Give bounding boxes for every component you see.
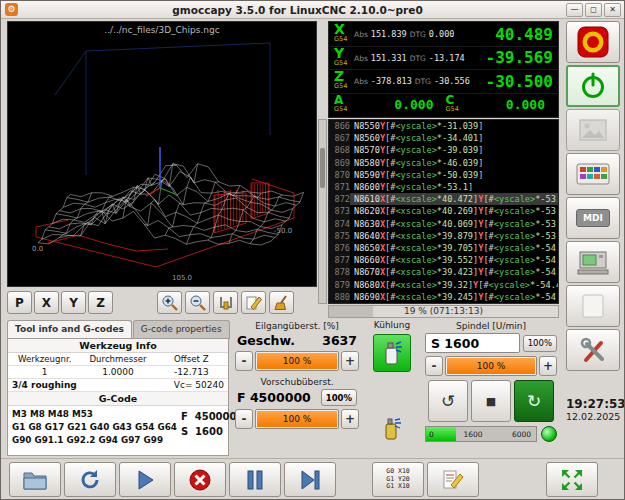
keyboard-button[interactable] — [566, 153, 620, 195]
gcode-line-878: 878N8670X[#<xscale>*39.423]Y[#<yscale>*-… — [329, 266, 558, 278]
spindle-scale-row: 0 1600 6000 — [425, 426, 557, 442]
gmoccapy-window: ⚙ gmoccapy 3.5.0 for LinuxCNC 2.10.0~pre… — [0, 0, 625, 500]
rapid-override-title: Eilgangüberst. [%] — [235, 321, 359, 331]
spindle-at-speed-led — [541, 426, 557, 442]
spindle-buttons: ↺ ■ ↻ — [425, 380, 557, 422]
tab-gcode-properties[interactable]: G-code properties — [133, 320, 230, 339]
fullscreen-preview-button[interactable] — [546, 462, 598, 497]
preview-toolbar: PXYZ — [7, 290, 317, 315]
dro-row-x[interactable]: XG54Abs151.839DTG0.00040.489 — [330, 23, 557, 47]
mist-coolant-button[interactable] — [373, 334, 411, 372]
gcode-line-874: 874N8630X[#<xscale>*40.069]Y[#<yscale>*-… — [329, 218, 558, 230]
spindle-ccw-button[interactable]: ↺ — [428, 380, 468, 422]
tab-tool-info[interactable]: Tool info and G-codes — [7, 320, 132, 339]
dro-axis-letter-y: YG54 — [334, 48, 352, 68]
rapid-override-slider[interactable]: 100 % — [255, 351, 339, 371]
active-gcodes-2: G90 G91.1 G92.2 G94 G97 G99 — [12, 434, 177, 447]
spindle-override-reset-button[interactable]: 100% — [523, 335, 557, 352]
open-file-button[interactable] — [9, 462, 61, 497]
run-program-button[interactable] — [119, 462, 171, 497]
view-z-button[interactable]: Z — [88, 291, 113, 314]
gcode-line-866: 866N8550Y[#<yscale>*-31.039] — [329, 120, 558, 132]
minimize-button[interactable]: — — [566, 3, 583, 17]
spindle-override-decrease-button[interactable]: - — [425, 356, 443, 376]
active-gcodes-1: G1 G8 G17 G21 G40 G43 G54 G64 — [12, 421, 177, 434]
active-codes: M3 M8 M48 M53 G1 G8 G17 G21 G40 G43 G54 … — [8, 406, 228, 449]
tool-info-header: Werkzeug Info — [8, 339, 228, 353]
edit-file-button[interactable] — [241, 291, 266, 314]
gcode-line-867: 867N8560Y[#<yscale>*-34.401] — [329, 132, 558, 144]
feed-override-title: Vorschubüberst. — [235, 377, 359, 387]
estop-button[interactable] — [566, 21, 620, 63]
spindle-override-slider[interactable]: 100 % — [445, 356, 537, 376]
feed-row: F 4500000 100% — [235, 389, 359, 406]
dro-row-y[interactable]: YG54Abs151.331DTG-13.174-39.569 — [330, 47, 557, 71]
gcode-scrollbar[interactable] — [318, 119, 327, 304]
user-page-button[interactable] — [566, 285, 620, 327]
clear-plot-button[interactable] — [269, 291, 294, 314]
dro-value-x: 40.489 — [495, 25, 553, 44]
program-progress-bar: 19 % (071:13:13) — [328, 305, 559, 318]
maximize-button[interactable]: ◻ — [585, 3, 602, 17]
speed-label: S — [181, 426, 188, 437]
info-tabs: Tool info and G-codes G-code properties — [7, 320, 230, 339]
dro-row-rotary[interactable]: AG540.000CG540.000 — [330, 94, 557, 117]
surface-mesh — [38, 164, 304, 245]
view-y-button[interactable]: Y — [61, 291, 86, 314]
gcode-line-870: 870N8590Y[#<yscale>*-50.039] — [329, 169, 558, 181]
rapid-override-row: - 100 % + — [235, 351, 359, 371]
rotate-ccw-icon: ↺ — [441, 391, 455, 411]
coolant-title: Kühlung — [363, 320, 421, 330]
gcode-line-879: 879N8680X[#<xscale>*39.32]Y[#<yscale>*-5… — [329, 279, 558, 291]
reload-file-button[interactable] — [64, 462, 116, 497]
gcode-header: G-Code — [8, 392, 228, 406]
dro-panel[interactable]: XG54Abs151.839DTG0.00040.489YG54Abs151.3… — [328, 21, 559, 118]
gcode-line-872: 872N8610X[#<xscale>*40.472]Y[#<yscale>*-… — [329, 193, 558, 205]
feed-override-increase-button[interactable]: + — [341, 409, 359, 429]
feed-toolpath — [215, 184, 268, 232]
feed-label: F — [181, 411, 188, 422]
feed-override-slider[interactable]: 100 % — [255, 409, 339, 429]
offset-page-button[interactable] — [566, 109, 620, 151]
dro-value-y: -39.569 — [486, 48, 553, 67]
active-mcodes: M3 M8 M48 M53 — [12, 408, 177, 421]
view-p-button[interactable]: P — [7, 291, 32, 314]
stop-program-button[interactable] — [174, 462, 226, 497]
scale-min: 0 — [429, 430, 434, 439]
spindle-cw-button[interactable]: ↻ — [514, 380, 554, 422]
scale-current: 1600 — [463, 430, 482, 439]
rapid-override-increase-button[interactable]: + — [341, 351, 359, 371]
zoom-in-button[interactable] — [157, 291, 182, 314]
mdi-icon: MDI — [576, 209, 610, 227]
flood-coolant-button[interactable] — [377, 414, 407, 444]
dro-row-z[interactable]: ZG54Abs-378.813DTG-30.556-30.500 — [330, 70, 557, 94]
coolant-panel: Kühlung — [363, 319, 421, 456]
tool-measure-button[interactable] — [213, 291, 238, 314]
app-icon: ⚙ — [5, 3, 18, 16]
tools-settings-button[interactable] — [566, 329, 620, 371]
spindle-stop-button[interactable]: ■ — [471, 380, 511, 422]
feed-override-decrease-button[interactable]: - — [235, 409, 253, 429]
view-x-button[interactable]: X — [34, 291, 59, 314]
feed-override-reset-button[interactable]: 100% — [321, 389, 357, 406]
edit-pencil-icon — [441, 469, 465, 491]
rapid-override-decrease-button[interactable]: - — [235, 351, 253, 371]
run-from-line-button[interactable]: G0 X10G1 Y20G1 X10 — [372, 462, 424, 497]
title-bar[interactable]: ⚙ gmoccapy 3.5.0 for LinuxCNC 2.10.0~pre… — [1, 1, 624, 19]
pause-program-button[interactable] — [229, 462, 281, 497]
step-program-button[interactable] — [284, 462, 336, 497]
mdi-button[interactable]: MDI — [566, 197, 620, 239]
machine-on-button[interactable] — [566, 65, 620, 107]
dro-abs-dtg-y: Abs151.331DTG-13.174 — [354, 53, 465, 63]
zoom-out-button[interactable] — [185, 291, 210, 314]
gcode-scrollbar-thumb[interactable] — [320, 148, 325, 188]
progress-text: 19 % (071:13:13) — [329, 306, 558, 317]
col-tool-number: Werkzeugnr. — [8, 353, 81, 365]
gremlin-preview[interactable]: ../../nc_files/3D_Chips.ngc — [7, 21, 317, 287]
edit-gcode-button[interactable] — [427, 462, 479, 497]
tool-description: 3/4 roughing — [12, 380, 77, 390]
close-button[interactable]: ✕ — [604, 3, 621, 17]
gcode-source-view[interactable]: 866N8550Y[#<yscale>*-31.039]867N8560Y[#<… — [328, 119, 559, 304]
machine-settings-button[interactable] — [566, 241, 620, 283]
spindle-override-increase-button[interactable]: + — [539, 356, 557, 376]
